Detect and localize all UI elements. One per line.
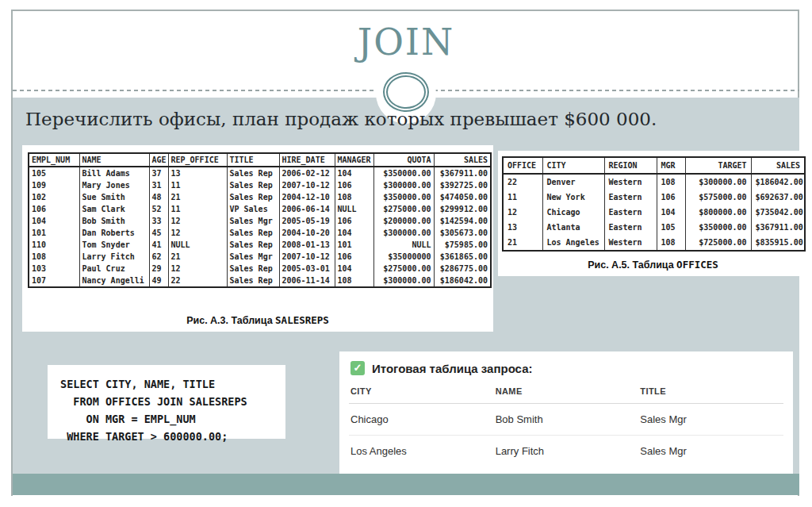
oval-ornament-inner-ring [386,75,426,109]
table-cell: 11 [168,179,227,191]
figure-caption-table-name: SALESREPS [275,314,329,326]
table-cell: 101 [29,227,79,239]
table-cell: NULL [168,239,227,251]
table-cell: Sales Mgr [638,404,783,436]
table-cell: 2004-10-20 [279,227,335,239]
table-cell: $186042.00 [751,174,805,190]
table-cell: 12 [168,263,227,275]
table-cell: Sales Rep [227,275,279,287]
result-heading-row: ✓ Итоговая таблица запроса: [339,351,793,378]
table-cell: 21 [168,191,227,203]
table-cell: 2006-02-12 [279,167,335,179]
table-cell: Chicago [349,404,494,436]
footer-strip [13,474,799,495]
table-row: 109Mary Jones3111Sales Rep2007-10-12106$… [29,179,491,191]
column-header: TITLE [638,382,783,404]
column-header: REGION [604,157,657,174]
table-cell: 22 [503,174,542,190]
table-cell: $350000.00 [685,220,751,235]
table-cell: $275000.00 [373,203,434,215]
table-cell: NULL [373,239,434,251]
table-cell: $35000000 [373,251,434,263]
table-row: 103Paul Cruz2912Sales Rep2005-03-01104$2… [29,263,491,275]
table-row: 22DenverWestern108$300000.00$186042.00 [503,174,805,190]
table-row: 21Los AngelesWestern108$725000.00$835915… [503,235,805,251]
table-cell: $474050.00 [434,191,491,203]
table-cell: 45 [149,227,168,239]
table-row: 110Tom Snyder41NULLSales Rep2008-01-1310… [29,239,491,251]
table-cell: $300000.00 [685,174,751,190]
table-cell: New York [542,190,604,205]
column-header: HIRE_DATE [279,153,335,167]
table-cell: 11 [168,203,227,215]
table-cell: 108 [335,191,373,203]
table-cell: Sales Rep [227,179,279,191]
table-cell: Sam Clark [79,203,149,215]
table-cell: Dan Roberts [79,227,149,239]
table-cell: $392725.00 [434,179,491,191]
table-cell: Sales Rep [227,263,279,275]
table-cell: 2006-11-14 [279,275,335,287]
column-header: SALES [751,157,805,174]
table-row: 108Larry Fitch6221Sales Mgr2007-10-12106… [29,251,491,263]
column-header: OFFICE [503,157,542,174]
table-cell: 105 [657,220,685,235]
table-cell: 108 [29,251,79,263]
table-cell: 2005-05-19 [279,215,335,227]
table-cell: 13 [168,167,227,179]
result-table: CITYNAMETITLEChicagoBob SmithSales MgrLo… [349,382,783,467]
table-cell: Chicago [542,205,604,220]
table-cell: 2004-12-10 [279,191,335,203]
table-header-row: EMPL_NUMNAMEAGEREP_OFFICETITLEHIRE_DATEM… [29,153,491,167]
salesreps-table: EMPL_NUMNAMEAGEREP_OFFICETITLEHIRE_DATEM… [28,152,492,288]
table-cell: $350000.00 [373,167,434,179]
table-cell: Denver [542,174,604,190]
table-cell: Sales Mgr [638,436,783,467]
column-header: MGR [657,157,685,174]
table-cell: Tom Snyder [79,239,149,251]
table-row: Los AngelesLarry FitchSales Mgr [349,436,783,467]
table-cell: Sales Rep [227,239,279,251]
table-row: 107Nancy Angelli4922Sales Rep2006-11-141… [29,275,491,287]
table-cell: $361865.00 [434,251,491,263]
oval-ornament-icon [383,72,429,112]
table-header-row: OFFICECITYREGIONMGRTARGETSALES [503,157,805,174]
sql-code: SELECT CITY, NAME, TITLE FROM OFFICES JO… [48,365,285,445]
table-cell: $350000.00 [373,191,434,203]
table-cell: $300000.00 [373,227,434,239]
task-text: Перечислить офисы, план продаж которых п… [25,109,657,129]
table-cell: 12 [168,215,227,227]
table-cell: Eastern [604,190,657,205]
figure-caption-table-name: OFFICES [676,259,718,271]
table-cell: Sales Rep [227,167,279,179]
table-cell: Larry Fitch [494,436,639,467]
table-cell: 104 [335,263,373,275]
table-cell: 101 [335,239,373,251]
table-cell: 2007-10-12 [279,179,335,191]
table-cell: $275000.00 [373,263,434,275]
table-cell: 37 [149,167,168,179]
table-cell: 108 [657,174,685,190]
table-cell: 106 [335,179,373,191]
table-cell: Paul Cruz [79,263,149,275]
table-cell: $835915.00 [751,235,805,251]
table-row: 104Bob Smith3312Sales Mgr2005-05-19106$2… [29,215,491,227]
table-cell: 41 [149,239,168,251]
column-header: AGE [149,153,168,167]
slide: JOIN Перечислить офисы, план продаж кото… [0,0,812,507]
table-cell: 110 [29,239,79,251]
column-header: SALES [434,153,491,167]
table-cell: 108 [335,275,373,287]
table-cell: Sue Smith [79,191,149,203]
table-cell: Eastern [604,220,657,235]
table-cell: Eastern [604,205,657,220]
table-cell: $300000.00 [373,275,434,287]
table-cell: 106 [657,190,685,205]
table-cell: $367911.00 [434,167,491,179]
table-cell: 108 [657,235,685,251]
table-cell: $725000.00 [685,235,751,251]
table-cell: 11 [503,190,542,205]
table-cell: 102 [29,191,79,203]
table-cell: Western [604,174,657,190]
column-header: QUOTA [373,153,434,167]
